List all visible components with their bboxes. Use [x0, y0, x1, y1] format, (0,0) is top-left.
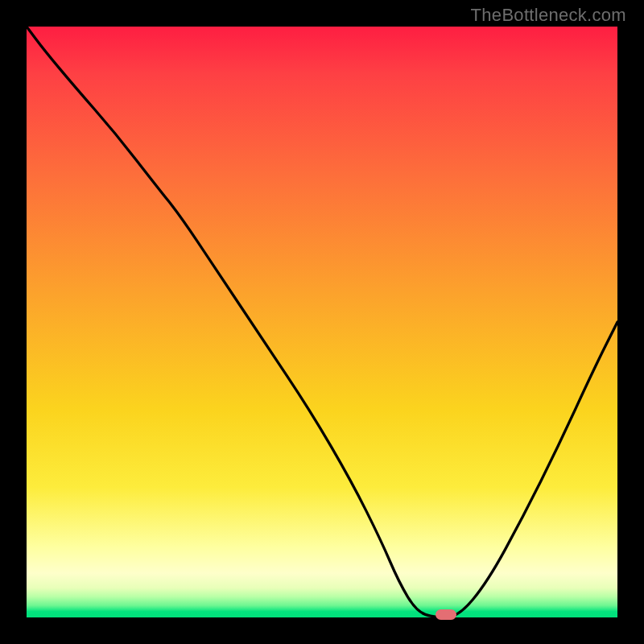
chart-frame: TheBottleneck.com: [0, 0, 644, 644]
watermark-text: TheBottleneck.com: [471, 5, 626, 26]
chart-gradient-background: [27, 27, 617, 617]
optimal-point-marker: [436, 609, 456, 620]
